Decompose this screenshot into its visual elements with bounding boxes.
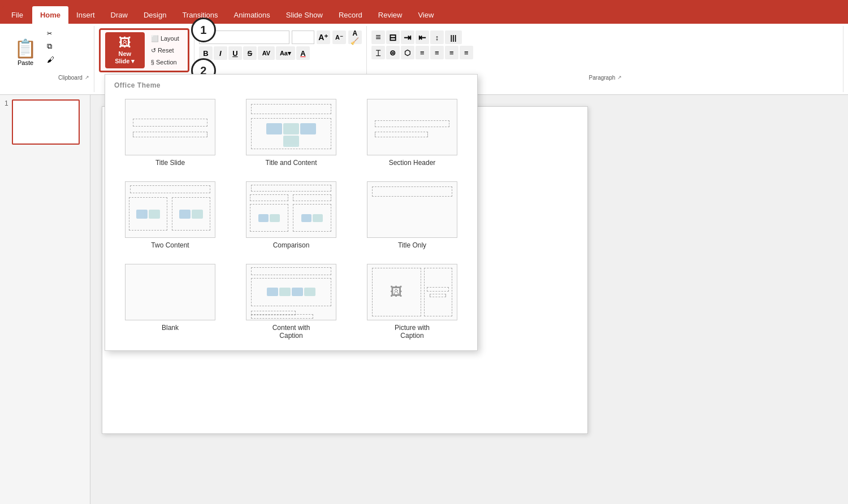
align-right-button[interactable]: ≡ bbox=[445, 46, 458, 59]
layout-label-section-header: Section Header bbox=[389, 159, 436, 167]
layout-label-title-content: Title and Content bbox=[266, 159, 317, 167]
tab-record[interactable]: Record bbox=[331, 6, 370, 24]
layout-button[interactable]: ⬜ Layout bbox=[147, 33, 183, 44]
clipboard-small-buttons: ✂ ⧉ 🖌 bbox=[44, 28, 57, 66]
reset-button[interactable]: ↺ Reset bbox=[147, 45, 183, 56]
title-content-area bbox=[251, 118, 331, 149]
slide-thumbnail-image[interactable] bbox=[12, 99, 80, 145]
new-slide-icon: 🖼 bbox=[119, 36, 131, 50]
align-center-button[interactable]: ≡ bbox=[430, 46, 444, 59]
bullets-button[interactable]: ≡ bbox=[371, 31, 385, 44]
cmp-sq-3 bbox=[301, 214, 311, 222]
paste-label: Paste bbox=[18, 59, 33, 66]
comparison-left-head bbox=[250, 194, 288, 201]
layout-thumb-title-only bbox=[367, 181, 457, 238]
clipboard-expand-icon[interactable]: ↗ bbox=[85, 75, 89, 81]
cmp-sq-1 bbox=[258, 214, 269, 222]
section-header-sub-bar bbox=[375, 132, 429, 137]
slides-group-wrapper: 1 🖼 NewSlide ▾ ⬜ Layout ↺ Res bbox=[99, 28, 189, 72]
align-left-button[interactable]: ≡ bbox=[416, 46, 429, 59]
tab-review[interactable]: Review bbox=[370, 6, 410, 24]
tab-draw[interactable]: Draw bbox=[103, 6, 136, 24]
tab-home[interactable]: Home bbox=[32, 6, 68, 24]
cmp-sq-4 bbox=[313, 214, 323, 222]
comparison-top-bar bbox=[251, 185, 331, 192]
text-direction-button[interactable]: ⌶ bbox=[371, 46, 385, 59]
layout-item-content-caption[interactable]: Content with Caption bbox=[235, 260, 347, 344]
cp-sq-2 bbox=[283, 123, 299, 134]
underline-button[interactable]: U bbox=[228, 46, 242, 60]
comparison-right-placeholder bbox=[299, 208, 325, 227]
line-spacing-button[interactable]: ↕ bbox=[430, 31, 444, 44]
layout-item-two-content[interactable]: Two Content bbox=[114, 177, 226, 253]
font-case-button[interactable]: Aa▾ bbox=[276, 46, 295, 60]
layout-item-picture-caption[interactable]: 🖼 Picture with Caption bbox=[356, 260, 468, 344]
copy-button[interactable]: ⧉ bbox=[44, 40, 57, 53]
cp-sq-1 bbox=[266, 123, 282, 134]
decrease-font-button[interactable]: A⁻ bbox=[332, 31, 346, 44]
two-content-left-area bbox=[129, 197, 167, 231]
slides-small-buttons: ⬜ Layout ↺ Reset § Section bbox=[147, 33, 183, 67]
layout-item-title-only[interactable]: Title Only bbox=[356, 177, 468, 253]
two-content-top-bar bbox=[130, 185, 210, 193]
tcp-sq-4 bbox=[192, 210, 203, 219]
clear-format-button[interactable]: A🧹 bbox=[348, 31, 362, 44]
comparison-left-placeholder bbox=[256, 208, 282, 227]
tcp-sq-3 bbox=[179, 210, 191, 219]
layout-item-title-content[interactable]: Title and Content bbox=[235, 95, 347, 171]
tcp-sq-1 bbox=[136, 210, 148, 219]
picture-caption-line1 bbox=[427, 287, 449, 292]
font-color-button[interactable]: A bbox=[296, 46, 310, 60]
layout-dropdown: Office Theme Title Slide bbox=[105, 74, 478, 351]
layout-item-comparison[interactable]: Comparison bbox=[235, 177, 347, 253]
cut-button[interactable]: ✂ bbox=[44, 28, 57, 39]
strikethrough-button[interactable]: S bbox=[243, 46, 257, 60]
tab-slideshow[interactable]: Slide Show bbox=[278, 6, 331, 24]
tab-view[interactable]: View bbox=[410, 6, 442, 24]
title-slide-title-bar bbox=[133, 119, 208, 127]
tab-design[interactable]: Design bbox=[136, 6, 174, 24]
two-content-right-placeholder bbox=[178, 203, 204, 225]
increase-font-button[interactable]: A⁺ bbox=[317, 31, 330, 44]
layout-item-section-header[interactable]: Section Header bbox=[356, 95, 468, 171]
tab-file[interactable]: File bbox=[2, 6, 32, 24]
layout-label-comparison: Comparison bbox=[273, 241, 310, 249]
paragraph-expand-icon[interactable]: ↗ bbox=[617, 75, 622, 81]
layout-thumb-content-caption bbox=[246, 264, 336, 320]
layout-label-title-slide: Title Slide bbox=[155, 159, 185, 167]
numbering-button[interactable]: ⊟ bbox=[386, 31, 400, 44]
format-painter-button[interactable]: 🖌 bbox=[44, 54, 57, 66]
title-only-top-bar bbox=[372, 186, 452, 197]
font-size-input[interactable] bbox=[292, 31, 314, 44]
new-slide-label: NewSlide ▾ bbox=[115, 50, 135, 65]
justify-button[interactable]: ≡ bbox=[460, 46, 473, 59]
content-caption-placeholder bbox=[263, 283, 319, 302]
convert-to-smartart-button[interactable]: ⬡ bbox=[401, 46, 414, 59]
cp-sq-4 bbox=[283, 136, 299, 147]
content-placeholder bbox=[263, 123, 319, 144]
slide-thumbnail-1[interactable]: 1 bbox=[5, 99, 85, 145]
layout-item-title-slide[interactable]: Title Slide bbox=[114, 95, 226, 171]
paste-button[interactable]: 📋 Paste bbox=[9, 35, 42, 69]
tab-animations[interactable]: Animations bbox=[226, 6, 278, 24]
section-button[interactable]: § Section bbox=[147, 57, 183, 67]
new-slide-button[interactable]: 🖼 NewSlide ▾ bbox=[105, 32, 145, 68]
section-header-center-bar bbox=[375, 120, 450, 127]
layout-item-blank[interactable]: Blank bbox=[114, 260, 226, 344]
columns-button[interactable]: ||| bbox=[445, 31, 462, 44]
step-1-circle: 1 bbox=[191, 18, 216, 42]
decrease-indent-button[interactable]: ⇤ bbox=[416, 31, 429, 44]
dropdown-section-title: Office Theme bbox=[114, 81, 468, 89]
cc-sq-1 bbox=[267, 288, 278, 296]
comparison-left-body bbox=[250, 204, 288, 232]
char-spacing-button[interactable]: AV bbox=[258, 46, 275, 60]
paste-icon: 📋 bbox=[14, 38, 37, 59]
align-text-button[interactable]: ⊜ bbox=[386, 46, 400, 59]
tab-insert[interactable]: Insert bbox=[68, 6, 103, 24]
comparison-right-body bbox=[293, 204, 331, 232]
slides-group-inner: 🖼 NewSlide ▾ ⬜ Layout ↺ Reset bbox=[105, 32, 183, 68]
italic-button[interactable]: I bbox=[214, 46, 227, 60]
reset-icon: ↺ bbox=[151, 47, 156, 54]
increase-indent-button[interactable]: ⇥ bbox=[401, 31, 414, 44]
clipboard-group-label-row: Clipboard ↗ bbox=[57, 75, 89, 81]
